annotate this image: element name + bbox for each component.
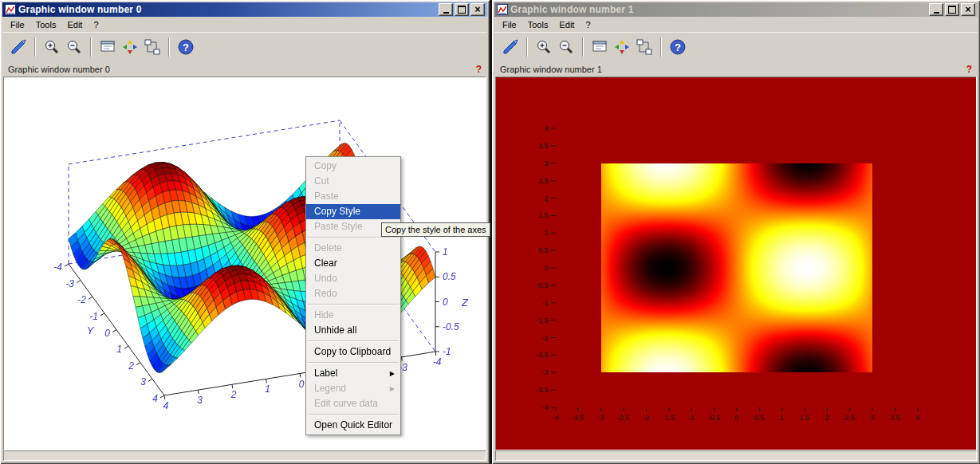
context-menu-item-edit-curve-data: Edit curve data <box>306 396 400 411</box>
context-menu-item-label: Label <box>314 366 337 381</box>
context-menu-item-copy-to-clipboard[interactable]: Copy to Clipboard <box>306 344 400 360</box>
menu-edit[interactable]: Edit <box>61 18 88 31</box>
titlebar[interactable]: Graphic window number 1 × <box>494 2 978 17</box>
context-menu-item-label: Copy Style <box>314 204 360 219</box>
context-menu-item-open-quick-editor[interactable]: Open Quick Editor <box>306 418 400 433</box>
close-button[interactable]: × <box>961 3 975 16</box>
svg-text:?: ? <box>183 41 189 53</box>
close-icon: × <box>965 6 970 14</box>
context-menu-item-label: Paste <box>314 189 339 204</box>
window-title: Graphic window number 1 <box>510 4 634 15</box>
zoom-in-icon[interactable] <box>41 36 63 58</box>
minimize-icon <box>934 12 939 14</box>
graphic-window-1: Graphic window number 1 × File Tools Edi… <box>492 0 980 464</box>
menu-help[interactable]: ? <box>580 18 596 31</box>
window-title: Graphic window number 0 <box>18 4 142 15</box>
context-menu-item-clear[interactable]: Clear <box>306 256 400 271</box>
menu-tools[interactable]: Tools <box>30 18 62 31</box>
menu-file[interactable]: File <box>5 18 30 31</box>
menu-tools[interactable]: Tools <box>522 18 554 31</box>
infobar-help-icon[interactable]: ? <box>966 64 972 75</box>
context-menu-item-label: Paste Style <box>314 219 363 234</box>
ged-icon[interactable] <box>141 36 163 58</box>
menu-file[interactable]: File <box>497 18 522 31</box>
context-menu-item-unhide-all[interactable]: Unhide all <box>306 323 400 338</box>
context-menu-item-label: Copy to Clipboard <box>314 344 391 360</box>
figure-canvas-area <box>3 77 486 450</box>
context-menu-item-label: Clear <box>314 256 337 271</box>
rotation-icon[interactable] <box>611 36 633 58</box>
heatmap-plot-canvas[interactable] <box>496 77 977 447</box>
context-menu-item-cut: Cut <box>306 174 400 189</box>
rotation-icon[interactable] <box>119 36 141 58</box>
maximize-button[interactable] <box>945 3 959 16</box>
context-menu-separator <box>308 362 399 364</box>
toolbar: ? <box>494 32 978 62</box>
close-button[interactable]: × <box>470 3 485 16</box>
context-menu-item-label: Undo <box>314 271 337 286</box>
statusbar <box>495 450 977 461</box>
maximize-button[interactable] <box>455 3 469 16</box>
context-menu-separator <box>308 237 399 238</box>
statusbar <box>3 450 486 461</box>
context-menu: CopyCutPasteCopy StylePaste StyleDeleteC… <box>305 156 401 435</box>
svg-text:?: ? <box>675 41 681 53</box>
minimize-button[interactable] <box>439 3 453 16</box>
titlebar-buttons: × <box>439 3 485 16</box>
context-menu-item-paste: Paste <box>306 189 400 204</box>
zoom-out-icon[interactable] <box>555 36 577 58</box>
export-icon[interactable] <box>499 36 521 58</box>
context-menu-item-label: Hide <box>314 308 334 323</box>
menu-help[interactable]: ? <box>88 18 104 31</box>
export-icon[interactable] <box>7 36 30 58</box>
help-icon[interactable]: ? <box>175 36 197 58</box>
tooltip: Copy the style of the axes <box>381 222 490 237</box>
submenu-arrow-icon: ▶ <box>390 381 395 396</box>
infobar-help-icon[interactable]: ? <box>476 64 482 75</box>
toolbar-separator <box>660 37 662 57</box>
submenu-arrow-icon: ▶ <box>390 366 395 381</box>
context-menu-item-label: Copy <box>314 159 337 174</box>
minimize-button[interactable] <box>929 3 943 16</box>
menu-edit[interactable]: Edit <box>553 18 580 31</box>
toolbar-separator <box>582 37 584 57</box>
zoom-out-icon[interactable] <box>63 36 85 58</box>
toolbar-separator <box>526 37 528 57</box>
context-menu-item-label: Cut <box>314 174 329 189</box>
scilab-window-icon <box>5 4 16 15</box>
context-menu-item-legend: Legend▶ <box>306 381 400 396</box>
toolbar-separator <box>168 37 170 57</box>
ged-icon[interactable] <box>633 36 655 58</box>
context-menu-separator <box>308 414 399 415</box>
context-menu-item-label: Legend <box>314 381 346 396</box>
surface-plot-canvas[interactable] <box>4 77 486 447</box>
context-menu-item-delete: Delete <box>306 241 400 256</box>
toolbar-separator <box>34 37 36 57</box>
maximize-icon <box>458 6 466 14</box>
infobar: Graphic window number 1 ? <box>494 61 978 77</box>
context-menu-item-hide: Hide <box>306 308 400 323</box>
context-menu-item-label[interactable]: Label▶ <box>306 366 400 381</box>
titlebar[interactable]: Graphic window number 0 × <box>2 2 487 17</box>
close-icon: × <box>474 6 480 14</box>
zoom-in-icon[interactable] <box>533 36 555 58</box>
context-menu-item-copy: Copy <box>306 159 400 174</box>
infobar-text: Graphic window number 0 <box>8 65 110 74</box>
context-menu-item-copy-style[interactable]: Copy Style <box>306 204 400 219</box>
context-menu-separator <box>308 340 399 342</box>
infobar: Graphic window number 0 ? <box>2 61 487 77</box>
infobar-text: Graphic window number 1 <box>500 65 602 74</box>
scilab-window-icon <box>497 4 508 15</box>
desktop: { "colors": { "selection_blue": "#2458b4… <box>0 0 980 464</box>
figure-canvas-area <box>495 77 977 450</box>
figure-properties-icon[interactable] <box>96 36 119 58</box>
context-menu-item-undo: Undo <box>306 271 400 286</box>
help-icon[interactable]: ? <box>667 36 689 58</box>
context-menu-item-redo: Redo <box>306 286 400 301</box>
figure-properties-icon[interactable] <box>588 36 611 58</box>
context-menu-separator <box>308 304 399 305</box>
minimize-icon <box>443 12 449 14</box>
menubar: File Tools Edit ? <box>2 17 487 32</box>
context-menu-item-label: Unhide all <box>314 323 356 338</box>
titlebar-buttons: × <box>929 3 975 16</box>
